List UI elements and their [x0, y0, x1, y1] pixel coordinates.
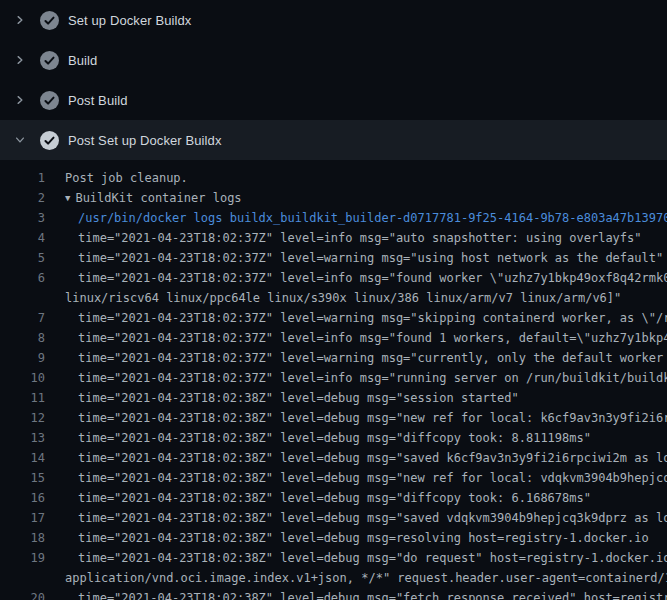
line-number[interactable]: 12	[0, 408, 45, 428]
status-check-icon	[40, 51, 59, 70]
log-line: 14time="2021-04-23T18:02:38Z" level=debu…	[0, 448, 667, 468]
group-collapse-triangle-icon: ▼	[65, 188, 70, 208]
line-number[interactable]: 3	[0, 208, 45, 228]
log-text: time="2021-04-23T18:02:38Z" level=debug …	[65, 408, 667, 428]
check-path	[40, 131, 59, 150]
log-line: 15time="2021-04-23T18:02:38Z" level=debu…	[0, 468, 667, 488]
log-line: 2▼BuildKit container logs	[0, 188, 667, 208]
line-number[interactable]: 1	[0, 168, 45, 188]
check-path	[40, 91, 59, 110]
steps-list: Set up Docker BuildxBuildPost BuildPost …	[0, 0, 667, 160]
chevron-down-icon	[12, 132, 28, 148]
line-number[interactable]: 6	[0, 268, 45, 288]
log-line: 12time="2021-04-23T18:02:38Z" level=debu…	[0, 408, 667, 428]
log-text: Post job cleanup.	[65, 168, 188, 188]
log-line-continuation: application/vnd.oci.image.index.v1+json,…	[0, 568, 667, 588]
line-number[interactable]: 14	[0, 448, 45, 468]
line-number[interactable]: 15	[0, 468, 45, 488]
check-path	[40, 51, 59, 70]
log-line: 19time="2021-04-23T18:02:38Z" level=debu…	[0, 548, 667, 568]
log-line: 18time="2021-04-23T18:02:38Z" level=debu…	[0, 528, 667, 548]
log-line: 11time="2021-04-23T18:02:38Z" level=debu…	[0, 388, 667, 408]
step-label: Post Set up Docker Buildx	[68, 133, 222, 148]
line-number[interactable]: 20	[0, 588, 45, 600]
status-check-icon	[40, 131, 59, 150]
log-line: 3/usr/bin/docker logs buildx_buildkit_bu…	[0, 208, 667, 228]
line-number[interactable]: 17	[0, 508, 45, 528]
line-number[interactable]: 13	[0, 428, 45, 448]
chevron-path	[14, 54, 26, 66]
log-text: time="2021-04-23T18:02:37Z" level=warnin…	[65, 308, 667, 328]
log-text: time="2021-04-23T18:02:37Z" level=info m…	[65, 368, 667, 388]
log-line: 8time="2021-04-23T18:02:37Z" level=info …	[0, 328, 667, 348]
line-number[interactable]: 18	[0, 528, 45, 548]
log-line: 10time="2021-04-23T18:02:37Z" level=info…	[0, 368, 667, 388]
log-text: time="2021-04-23T18:02:38Z" level=debug …	[65, 448, 667, 468]
step-label: Post Build	[68, 93, 128, 108]
group-title: BuildKit container logs	[75, 188, 241, 208]
step-row-post-set-up-docker-buildx[interactable]: Post Set up Docker Buildx	[0, 120, 667, 160]
line-number[interactable]: 10	[0, 368, 45, 388]
step-row-set-up-docker-buildx[interactable]: Set up Docker Buildx	[0, 0, 667, 40]
workflow-log-viewer: { "colors": { "background": "#0a0d13", "…	[0, 0, 667, 600]
line-number[interactable]: 9	[0, 348, 45, 368]
log-group-header[interactable]: ▼BuildKit container logs	[65, 188, 242, 208]
chevron-path	[14, 134, 26, 146]
log-line: 13time="2021-04-23T18:02:38Z" level=debu…	[0, 428, 667, 448]
log-line: 4time="2021-04-23T18:02:37Z" level=info …	[0, 228, 667, 248]
line-number[interactable]: 2	[0, 188, 45, 208]
line-number	[0, 568, 45, 588]
chevron-path	[14, 94, 26, 106]
log-line: 17time="2021-04-23T18:02:38Z" level=debu…	[0, 508, 667, 528]
line-number[interactable]: 19	[0, 548, 45, 568]
line-number[interactable]: 7	[0, 308, 45, 328]
step-label: Set up Docker Buildx	[68, 13, 191, 28]
line-number[interactable]: 8	[0, 328, 45, 348]
log-text: time="2021-04-23T18:02:37Z" level=info m…	[65, 228, 642, 248]
log-text: time="2021-04-23T18:02:38Z" level=debug …	[65, 508, 667, 528]
log-text: time="2021-04-23T18:02:38Z" level=debug …	[65, 488, 591, 508]
line-number[interactable]: 5	[0, 248, 45, 268]
log-line: 20time="2021-04-23T18:02:38Z" level=debu…	[0, 588, 667, 600]
step-row-post-build[interactable]: Post Build	[0, 80, 667, 120]
status-check-icon	[40, 11, 59, 30]
check-path	[40, 11, 59, 30]
log-line-continuation: linux/riscv64 linux/ppc64le linux/s390x …	[0, 288, 667, 308]
log-line: 16time="2021-04-23T18:02:38Z" level=debu…	[0, 488, 667, 508]
step-row-build[interactable]: Build	[0, 40, 667, 80]
log-text: linux/riscv64 linux/ppc64le linux/s390x …	[65, 288, 621, 308]
log-text: time="2021-04-23T18:02:38Z" level=debug …	[65, 528, 649, 548]
chevron-path	[14, 14, 26, 26]
log-text: time="2021-04-23T18:02:38Z" level=debug …	[65, 548, 667, 568]
log-text: time="2021-04-23T18:02:38Z" level=debug …	[65, 428, 591, 448]
line-number[interactable]: 11	[0, 388, 45, 408]
log-text: time="2021-04-23T18:02:37Z" level=warnin…	[65, 248, 663, 268]
log-text: time="2021-04-23T18:02:37Z" level=info m…	[65, 328, 667, 348]
chevron-right-icon	[12, 92, 28, 108]
status-check-icon	[40, 91, 59, 110]
log-text: time="2021-04-23T18:02:37Z" level=warnin…	[65, 348, 667, 368]
log-text: application/vnd.oci.image.index.v1+json,…	[65, 568, 667, 588]
log-line: 7time="2021-04-23T18:02:37Z" level=warni…	[0, 308, 667, 328]
log-text: time="2021-04-23T18:02:37Z" level=info m…	[65, 268, 667, 288]
chevron-right-icon	[12, 52, 28, 68]
step-label: Build	[68, 53, 97, 68]
log-text: time="2021-04-23T18:02:38Z" level=debug …	[65, 588, 667, 600]
log-line: 5time="2021-04-23T18:02:37Z" level=warni…	[0, 248, 667, 268]
line-number[interactable]: 16	[0, 488, 45, 508]
log-line: 1Post job cleanup.	[0, 168, 667, 188]
log-line: 9time="2021-04-23T18:02:37Z" level=warni…	[0, 348, 667, 368]
log-text: time="2021-04-23T18:02:38Z" level=debug …	[65, 388, 519, 408]
log-line: 6time="2021-04-23T18:02:37Z" level=info …	[0, 268, 667, 288]
log-text: time="2021-04-23T18:02:38Z" level=debug …	[65, 468, 667, 488]
chevron-right-icon	[12, 12, 28, 28]
log-command-text: /usr/bin/docker logs buildx_buildkit_bui…	[65, 208, 667, 228]
line-number[interactable]: 4	[0, 228, 45, 248]
line-number	[0, 288, 45, 308]
log-area[interactable]: 1Post job cleanup.2▼BuildKit container l…	[0, 160, 667, 600]
